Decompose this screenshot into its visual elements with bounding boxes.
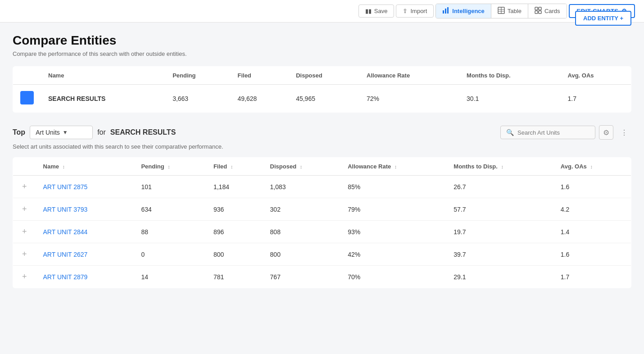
- art-unit-allowance-cell: 42%: [340, 243, 446, 266]
- art-unit-avg-oas-cell: 1.7: [553, 266, 631, 288]
- art-unit-filed-cell: 1,184: [206, 176, 263, 198]
- svg-rect-7: [535, 7, 538, 10]
- au-months-col-header: Months to Disp. ↕: [446, 158, 553, 176]
- entity-allowance-cell: 72%: [359, 85, 459, 113]
- art-unit-pending-cell: 88: [134, 221, 206, 243]
- au-disposed-col-header: Disposed ↕: [263, 158, 341, 176]
- gear-icon: ⚙: [603, 128, 609, 137]
- top-label: Top: [13, 128, 25, 136]
- entities-table-header: Name Pending Filed Disposed Allowance Ra…: [13, 67, 631, 85]
- art-unit-pending-cell: 634: [134, 198, 206, 221]
- sort-icon: ↕: [395, 164, 397, 169]
- for-label: for: [97, 128, 106, 136]
- chevron-down-icon: ▼: [63, 129, 68, 136]
- intelligence-icon: [442, 7, 449, 15]
- add-entity-button[interactable]: ADD ENTITY +: [575, 11, 631, 26]
- cards-icon: [535, 7, 542, 15]
- sort-icon: ↕: [300, 164, 303, 169]
- art-unit-filed-cell: 896: [206, 221, 263, 243]
- table-tab[interactable]: Table: [491, 4, 528, 18]
- art-units-table: Name ↕ Pending ↕ Filed ↕ Disposed ↕ Allo…: [13, 157, 631, 288]
- art-unit-avg-oas-cell: 4.2: [553, 198, 631, 221]
- add-art-unit-button[interactable]: +: [20, 272, 29, 281]
- entities-table: Name Pending Filed Disposed Allowance Ra…: [13, 66, 631, 113]
- settings-button[interactable]: ⚙: [599, 125, 613, 140]
- allowance-rate-col-header: Allowance Rate: [359, 67, 459, 85]
- art-unit-link[interactable]: ART UNIT 3793: [43, 206, 88, 213]
- art-unit-disposed-cell: 800: [263, 243, 341, 266]
- sort-icon: ↕: [168, 164, 170, 169]
- table-row: + ART UNIT 2844 88 896 808 93% 19.7 1.4: [13, 221, 631, 243]
- add-art-unit-button[interactable]: +: [20, 182, 29, 191]
- top-right-controls: 🔍 ⚙ ⋮: [500, 125, 631, 140]
- art-unit-allowance-cell: 85%: [340, 176, 446, 198]
- art-unit-link[interactable]: ART UNIT 2844: [43, 228, 88, 236]
- page-header-text: Compare Entities Compare the performance…: [13, 33, 187, 66]
- art-unit-link[interactable]: ART UNIT 2627: [43, 251, 88, 258]
- import-button[interactable]: ⇧ Import: [396, 5, 434, 18]
- search-art-units-input[interactable]: [517, 129, 590, 136]
- intelligence-label: Intelligence: [452, 8, 485, 14]
- art-units-table-header: Name ↕ Pending ↕ Filed ↕ Disposed ↕ Allo…: [13, 158, 631, 176]
- table-row: SEARCH RESULTS 3,663 49,628 45,965 72% 3…: [13, 85, 631, 113]
- art-unit-avg-oas-cell: 1.6: [553, 243, 631, 266]
- svg-rect-2: [447, 7, 449, 14]
- name-col-header: Name: [41, 67, 165, 85]
- art-unit-avg-oas-cell: 1.6: [553, 176, 631, 198]
- entity-disposed-cell: 45,965: [289, 85, 359, 113]
- entity-pending-cell: 3,663: [165, 85, 230, 113]
- svg-rect-8: [539, 7, 541, 10]
- art-unit-name-cell: ART UNIT 2875: [36, 176, 134, 198]
- save-button[interactable]: ▮▮ Save: [358, 5, 395, 18]
- au-allowance-col-header: Allowance Rate ↕: [340, 158, 446, 176]
- page-subtitle: Compare the performance of this search w…: [13, 50, 187, 57]
- au-avg-oas-col-header: Avg. OAs ↕: [553, 158, 631, 176]
- add-art-unit-button[interactable]: +: [20, 227, 29, 236]
- intelligence-tab[interactable]: Intelligence: [436, 4, 491, 18]
- au-pending-col-header: Pending ↕: [134, 158, 206, 176]
- top-bar: ▮▮ Save ⇧ Import Intelligence: [0, 0, 644, 23]
- art-unit-allowance-cell: 79%: [340, 198, 446, 221]
- entity-avg-oas-cell: 1.7: [561, 85, 631, 113]
- color-col-header: [13, 67, 41, 85]
- art-unit-months-cell: 57.7: [446, 198, 553, 221]
- art-unit-allowance-cell: 70%: [340, 266, 446, 288]
- add-entity-label: ADD ENTITY +: [583, 15, 623, 22]
- page-title: Compare Entities: [13, 33, 187, 48]
- art-unit-disposed-cell: 302: [263, 198, 341, 221]
- art-unit-add-cell: +: [13, 198, 36, 221]
- art-unit-add-cell: +: [13, 266, 36, 288]
- grid-view-button[interactable]: ⋮: [617, 125, 631, 140]
- cards-tab[interactable]: Cards: [528, 4, 567, 18]
- table-row: + ART UNIT 2875 101 1,184 1,083 85% 26.7…: [13, 176, 631, 198]
- svg-rect-10: [539, 11, 541, 14]
- entity-filed-cell: 49,628: [230, 85, 289, 113]
- import-label: Import: [410, 8, 427, 14]
- art-units-description: Select art units associated with this se…: [13, 143, 631, 150]
- art-unit-disposed-cell: 808: [263, 221, 341, 243]
- art-unit-disposed-cell: 767: [263, 266, 341, 288]
- art-unit-months-cell: 39.7: [446, 243, 553, 266]
- art-unit-add-cell: +: [13, 221, 36, 243]
- svg-rect-0: [443, 10, 444, 14]
- table-row: + ART UNIT 3793 634 936 302 79% 57.7 4.2: [13, 198, 631, 221]
- avg-oas-col-header: Avg. OAs: [561, 67, 631, 85]
- art-unit-name-cell: ART UNIT 3793: [36, 198, 134, 221]
- top-art-units-section: Top Art Units ▼ for SEARCH RESULTS 🔍 ⚙ ⋮: [13, 125, 631, 140]
- art-unit-link[interactable]: ART UNIT 2875: [43, 183, 88, 191]
- add-art-unit-button[interactable]: +: [20, 204, 29, 214]
- search-icon: 🔍: [506, 129, 514, 136]
- art-unit-pending-cell: 101: [134, 176, 206, 198]
- sort-icon: ↕: [501, 164, 503, 169]
- pending-col-header: Pending: [165, 67, 230, 85]
- art-unit-name-cell: ART UNIT 2627: [36, 243, 134, 266]
- sort-icon: ↕: [63, 164, 65, 169]
- main-content: Compare Entities Compare the performance…: [0, 23, 644, 299]
- add-art-unit-button[interactable]: +: [20, 250, 29, 259]
- au-filed-col-header: Filed ↕: [206, 158, 263, 176]
- save-label: Save: [374, 8, 388, 14]
- art-units-dropdown[interactable]: Art Units ▼: [30, 126, 93, 139]
- view-toggle: Intelligence Table: [435, 4, 567, 18]
- art-unit-link[interactable]: ART UNIT 2879: [43, 273, 88, 281]
- svg-rect-1: [445, 9, 446, 14]
